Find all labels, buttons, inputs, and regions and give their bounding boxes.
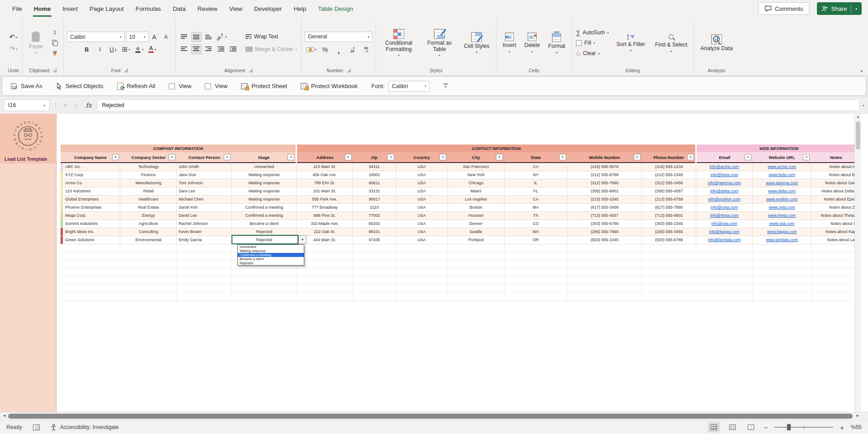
cell[interactable]: info@beta.com <box>696 171 753 179</box>
cell[interactable]: 94111 <box>353 163 396 171</box>
cell[interactable]: (212) 555-6789 <box>567 171 642 179</box>
cell[interactable] <box>448 252 504 260</box>
delete-cells-button[interactable]: × Delete▾ <box>521 32 543 54</box>
accessibility-status[interactable]: Accessibility: Investigate <box>51 424 119 431</box>
cell[interactable] <box>642 293 696 301</box>
tab-developer[interactable]: Developer <box>248 0 288 17</box>
cell[interactable]: www.iota.com <box>753 219 811 228</box>
cell[interactable]: (303) 555-6789 <box>567 219 642 228</box>
cell[interactable] <box>753 276 811 285</box>
cell[interactable]: David Lee <box>177 211 232 219</box>
column-header-phone-number[interactable]: Phone Number▼ <box>642 152 696 163</box>
tab-formulas[interactable]: Formulas <box>130 0 167 17</box>
cell[interactable]: info@zeta.com <box>696 203 753 211</box>
filter-button[interactable]: ▼ <box>559 154 566 160</box>
cell[interactable] <box>396 260 448 268</box>
dropdown-option[interactable]: Waiting response <box>238 249 304 253</box>
cell[interactable] <box>642 260 696 268</box>
cell[interactable]: Consulting <box>120 228 177 236</box>
cell[interactable] <box>642 268 696 276</box>
cell[interactable] <box>448 285 504 293</box>
cell[interactable]: Confirmed a meeting <box>232 211 297 219</box>
cell[interactable]: Notes about Acm <box>811 163 861 171</box>
cell[interactable]: www.acme.com <box>753 163 811 171</box>
cell[interactable] <box>753 260 811 268</box>
redo-button[interactable]: ↷▾ <box>8 44 19 54</box>
cell[interactable] <box>811 285 861 293</box>
cell[interactable]: WA <box>504 228 567 236</box>
cell[interactable]: MA <box>504 203 567 211</box>
filter-button[interactable]: ▼ <box>387 154 394 160</box>
format-painter-button[interactable] <box>50 49 60 59</box>
cell[interactable]: Waiting response <box>232 195 297 203</box>
alignment-dialog-launcher-icon[interactable] <box>249 69 253 72</box>
cell[interactable]: www.theta.com <box>753 211 811 219</box>
number-dialog-launcher-icon[interactable] <box>347 69 351 72</box>
font-picker-combo[interactable]: Calibri▾ <box>388 81 430 92</box>
dropdown-option[interactable]: Confirmed a meeting <box>238 253 304 257</box>
cell[interactable] <box>177 293 232 301</box>
merge-center-button[interactable]: Merge & Center ▾ <box>245 45 298 54</box>
cell[interactable] <box>177 285 232 293</box>
cell[interactable]: OR <box>504 236 567 244</box>
cell[interactable] <box>61 268 120 276</box>
cell[interactable] <box>448 276 504 285</box>
filter-button[interactable]: ▼ <box>634 154 641 160</box>
cell[interactable] <box>177 268 232 276</box>
increase-indent-button[interactable] <box>228 44 238 54</box>
cell[interactable]: 123 Industries <box>61 187 120 195</box>
cell[interactable]: Acme Co. <box>61 179 120 187</box>
cell[interactable] <box>696 268 753 276</box>
align-center-button[interactable] <box>191 44 202 54</box>
cell[interactable] <box>811 268 861 276</box>
filter-button[interactable]: ▼ <box>687 154 694 160</box>
cell[interactable] <box>232 293 297 301</box>
cell[interactable]: USA <box>396 211 448 219</box>
bold-button[interactable]: B <box>81 44 92 54</box>
cell[interactable]: USA <box>396 203 448 211</box>
cell[interactable] <box>696 285 753 293</box>
increase-font-button[interactable]: Aˆ <box>150 32 160 42</box>
cell[interactable] <box>448 244 504 252</box>
page-layout-view-button[interactable] <box>726 422 738 432</box>
zoom-level[interactable]: %55 <box>851 424 862 430</box>
column-header-website-url[interactable]: Website URL▼ <box>753 152 811 163</box>
orientation-button[interactable]: ab↗▾ <box>216 32 227 42</box>
column-header-company-sector[interactable]: Company Sector▼ <box>120 152 177 163</box>
view-checkbox-1[interactable]: View <box>169 83 191 89</box>
decrease-font-button[interactable]: Aˇ <box>162 32 172 42</box>
cell[interactable] <box>353 268 396 276</box>
stage-dropdown-button[interactable]: ▼ <box>298 235 307 244</box>
cell[interactable] <box>811 276 861 285</box>
cell[interactable] <box>120 244 177 252</box>
column-header-city[interactable]: City▼ <box>448 152 504 163</box>
cell[interactable] <box>396 285 448 293</box>
cell[interactable]: (617) 555-7890 <box>642 203 696 211</box>
insert-cells-button[interactable]: ◄ Insert▾ <box>500 32 519 54</box>
cell[interactable]: New York <box>448 171 504 179</box>
cell[interactable] <box>811 244 861 252</box>
cell[interactable]: (713) 555-8901 <box>642 211 696 219</box>
cell[interactable]: Rejected <box>232 228 297 236</box>
cell[interactable] <box>642 285 696 293</box>
cell[interactable]: (312) 555-3456 <box>642 179 696 187</box>
column-header-mobile-number[interactable]: Mobile Number▼ <box>567 152 642 163</box>
cell[interactable]: (503) 555-2345 <box>567 236 642 244</box>
cell[interactable] <box>177 260 232 268</box>
decrease-decimal-button[interactable]: .00→0 <box>361 45 371 55</box>
fill-button[interactable]: ↓Fill▾ <box>575 38 596 48</box>
cell[interactable]: 2110 <box>353 203 396 211</box>
scroll-up-icon[interactable]: ▲ <box>855 115 861 119</box>
cell[interactable]: Notes about Delta En <box>811 187 861 195</box>
cell[interactable]: Jane Doe <box>177 171 232 179</box>
align-top-button[interactable] <box>179 32 189 42</box>
cell[interactable]: 97205 <box>353 236 396 244</box>
column-header-country[interactable]: Country▼ <box>396 152 448 163</box>
find-select-button[interactable]: Find & Select▾ <box>652 32 690 54</box>
cell[interactable]: Sarah Kim <box>177 203 232 211</box>
protect-workbook-button[interactable]: Protect Workbook <box>301 83 358 89</box>
cell[interactable]: Waiting response <box>232 187 297 195</box>
cell[interactable] <box>567 293 642 301</box>
cell[interactable]: (213) 555-6789 <box>642 195 696 203</box>
tab-home[interactable]: Home <box>28 0 57 17</box>
